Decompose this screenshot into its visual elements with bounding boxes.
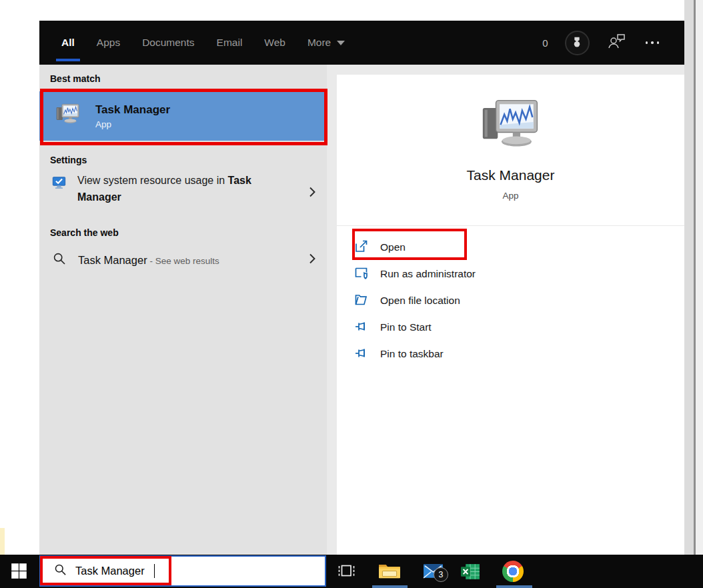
header-right-icons: 0 <box>542 31 662 55</box>
tab-apps-label: Apps <box>97 37 120 49</box>
explorer-active-indicator <box>372 585 408 588</box>
active-tab-underline <box>56 59 80 61</box>
chevron-right-icon <box>308 252 316 268</box>
action-run-admin-label: Run as administrator <box>380 268 476 280</box>
pin-icon <box>354 346 368 363</box>
action-open-label: Open <box>380 241 406 253</box>
section-settings: Settings <box>39 141 327 166</box>
section-search-the-web: Search the web <box>39 215 327 239</box>
ellipsis-icon[interactable] <box>643 39 662 47</box>
tab-email-label: Email <box>217 37 243 49</box>
start-search-flyout: All Apps Documents Email Web More <box>39 21 684 555</box>
task-manager-icon-large <box>476 97 546 159</box>
web-result-suffix: - See web results <box>147 256 219 266</box>
web-result-text: Task Manager - See web results <box>78 254 219 267</box>
windows-desktop: All Apps Documents Email Web More <box>0 0 703 588</box>
feedback-icon[interactable] <box>606 33 626 53</box>
system-monitor-check-icon <box>51 175 67 193</box>
settings-result[interactable]: View system resource usage in Task Manag… <box>39 172 327 215</box>
excel-icon[interactable] <box>460 563 481 581</box>
best-match-title: Task Manager <box>95 103 170 117</box>
chevron-down-icon <box>337 41 345 45</box>
action-pin-to-start[interactable]: Pin to Start <box>337 314 684 341</box>
desktop-edge-strip <box>684 0 694 555</box>
tab-all-label: All <box>61 37 75 49</box>
settings-text-prefix: View system resource usage in <box>77 175 228 186</box>
folder-icon <box>354 293 368 309</box>
action-open-file-location-label: Open file location <box>380 295 460 307</box>
tab-documents[interactable]: Documents <box>142 21 194 65</box>
search-input-value: Task Manager <box>75 565 145 577</box>
start-button[interactable] <box>10 562 28 580</box>
action-open[interactable]: Open <box>337 234 684 261</box>
section-best-match: Best match <box>39 65 327 85</box>
pin-icon <box>354 319 368 336</box>
desktop-edge-strip-right <box>696 0 703 555</box>
settings-result-text: View system resource usage in Task Manag… <box>77 172 267 205</box>
search-filter-bar: All Apps Documents Email Web More <box>39 21 684 65</box>
action-pin-to-taskbar-label: Pin to taskbar <box>380 348 444 360</box>
search-icon <box>54 563 67 579</box>
best-match-text: Task Manager App <box>95 103 170 129</box>
result-preview-panel: Task Manager App Open <box>337 75 684 555</box>
search-results-area: Best match <box>39 65 684 555</box>
action-pin-to-start-label: Pin to Start <box>380 321 432 333</box>
shield-window-icon <box>354 266 368 283</box>
taskbar: Task Manager <box>0 555 703 588</box>
tab-all[interactable]: All <box>61 21 75 65</box>
filter-tabs: All Apps Documents Email Web More <box>61 21 345 65</box>
results-list-panel: Best match <box>39 65 327 555</box>
best-match-subtitle: App <box>95 119 170 129</box>
action-run-as-administrator[interactable]: Run as administrator <box>337 261 684 287</box>
tab-web[interactable]: Web <box>264 21 285 65</box>
action-list: Open Run as administrator <box>337 226 684 367</box>
chrome-icon[interactable] <box>502 561 524 582</box>
open-icon <box>354 239 368 256</box>
chrome-active-indicator <box>496 585 532 588</box>
file-explorer-icon[interactable] <box>378 561 401 581</box>
text-cursor <box>154 564 155 578</box>
rewards-medal-icon[interactable] <box>565 31 590 55</box>
web-result-query: Task Manager <box>78 254 147 266</box>
search-icon <box>53 252 66 268</box>
tab-email[interactable]: Email <box>217 21 243 65</box>
mail-unread-badge: 3 <box>434 567 448 582</box>
action-open-file-location[interactable]: Open file location <box>337 287 684 314</box>
best-match-result[interactable]: Task Manager App <box>39 91 327 141</box>
task-view-button[interactable] <box>337 563 356 579</box>
action-pin-to-taskbar[interactable]: Pin to taskbar <box>337 341 684 367</box>
tab-more-label: More <box>307 37 331 49</box>
tab-apps[interactable]: Apps <box>97 21 120 65</box>
task-manager-icon <box>54 103 82 130</box>
tab-more[interactable]: More <box>307 21 345 65</box>
preview-subtitle: App <box>337 191 684 201</box>
preview-title: Task Manager <box>337 167 684 183</box>
tab-documents-label: Documents <box>142 37 194 49</box>
chevron-right-icon <box>308 185 316 201</box>
taskbar-search-input[interactable]: Task Manager <box>39 555 326 587</box>
tab-web-label: Web <box>264 37 285 49</box>
rewards-count: 0 <box>542 37 548 49</box>
web-search-result[interactable]: Task Manager - See web results <box>39 245 327 275</box>
desktop-background-sliver <box>0 528 5 555</box>
